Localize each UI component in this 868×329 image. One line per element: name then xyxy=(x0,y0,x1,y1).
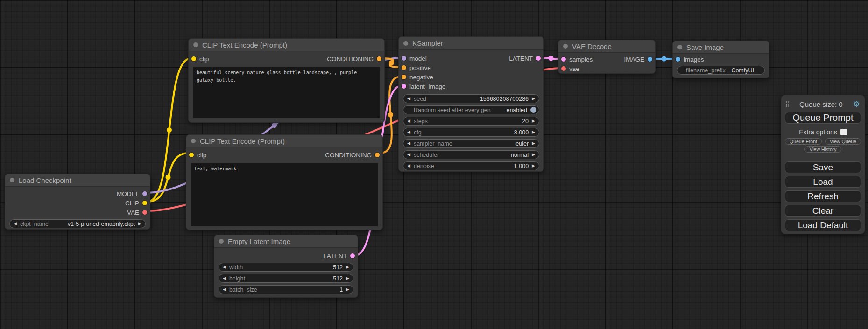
positive-input-slot[interactable] xyxy=(402,65,406,70)
node-title-bar[interactable]: VAE Decode xyxy=(558,40,655,53)
node-save-image[interactable]: Save Image images filename_prefix ComfyU… xyxy=(672,41,769,78)
right-arrow-icon[interactable]: ▶ xyxy=(532,153,535,157)
latent-output-slot[interactable] xyxy=(350,253,355,258)
images-input-slot[interactable] xyxy=(676,57,680,62)
node-clip-text-encode-negative[interactable]: CLIP Text Encode (Prompt) clip CONDITION… xyxy=(186,134,383,230)
left-arrow-icon[interactable]: ◀ xyxy=(407,130,410,134)
latent-output-slot[interactable] xyxy=(536,56,541,61)
widget-value: ComfyUI xyxy=(731,67,761,74)
widget-value: 20 xyxy=(522,118,529,125)
gear-icon[interactable]: ⚙ xyxy=(853,100,860,108)
widget-value: enabled xyxy=(507,107,528,113)
right-arrow-icon[interactable]: ▶ xyxy=(532,130,535,134)
widget-height[interactable]: ◀ height 512 ▶ xyxy=(219,274,353,283)
widget-value: 512 xyxy=(333,264,343,271)
view-queue-button[interactable]: View Queue xyxy=(825,138,861,145)
model-input-slot[interactable] xyxy=(402,56,406,61)
widget-steps[interactable]: ◀ steps 20 ▶ xyxy=(403,117,539,126)
right-arrow-icon[interactable]: ▶ xyxy=(138,222,141,226)
queue-size-label: Queue size: 0 xyxy=(799,100,843,108)
widget-value: 156680208700286 xyxy=(480,96,529,102)
clip-input-slot[interactable] xyxy=(189,153,194,157)
left-arrow-icon[interactable]: ◀ xyxy=(14,222,17,226)
vae-output-slot[interactable] xyxy=(142,210,147,215)
node-title-bar[interactable]: Load Checkpoint xyxy=(5,174,150,187)
view-history-button[interactable]: View History xyxy=(804,146,841,153)
node-title-bar[interactable]: Save Image xyxy=(673,41,769,54)
node-clip-text-encode-positive[interactable]: CLIP Text Encode (Prompt) clip CONDITION… xyxy=(188,38,385,123)
input-slot-label: positive xyxy=(409,64,431,71)
widget-random-seed-toggle[interactable]: Random seed after every gen enabled xyxy=(403,105,539,114)
left-arrow-icon[interactable]: ◀ xyxy=(407,119,410,123)
load-button[interactable]: Load xyxy=(785,176,861,188)
collapse-dot-icon[interactable] xyxy=(193,42,198,47)
left-arrow-icon[interactable]: ◀ xyxy=(407,97,410,101)
toggle-knob-icon[interactable] xyxy=(530,107,536,113)
right-arrow-icon[interactable]: ▶ xyxy=(532,141,535,146)
right-arrow-icon[interactable]: ▶ xyxy=(532,119,535,123)
latent-image-input-slot[interactable] xyxy=(402,84,406,89)
node-title-bar[interactable]: CLIP Text Encode (Prompt) xyxy=(186,135,382,147)
left-arrow-icon[interactable]: ◀ xyxy=(407,164,410,168)
left-arrow-icon[interactable]: ◀ xyxy=(223,265,226,269)
widget-batch-size[interactable]: ◀ batch_size 1 ▶ xyxy=(219,285,353,294)
right-arrow-icon[interactable]: ▶ xyxy=(532,164,535,168)
samples-input-slot[interactable] xyxy=(561,57,566,62)
node-title-bar[interactable]: CLIP Text Encode (Prompt) xyxy=(189,39,384,51)
conditioning-output-slot[interactable] xyxy=(375,153,380,157)
queue-prompt-button[interactable]: Queue Prompt xyxy=(785,112,861,124)
vae-input-slot[interactable] xyxy=(561,66,566,71)
node-vae-decode[interactable]: VAE Decode samples vae IMAGE xyxy=(558,40,656,74)
left-arrow-icon[interactable]: ◀ xyxy=(223,276,226,280)
collapse-dot-icon[interactable] xyxy=(10,178,14,182)
widget-value: 8.000 xyxy=(514,129,529,136)
prompt-textarea[interactable]: beautiful scenery nature glass bottle la… xyxy=(193,67,380,118)
widget-filename-prefix[interactable]: filename_prefix ComfyUI xyxy=(677,66,765,75)
node-load-checkpoint[interactable]: Load Checkpoint MODEL CLIP VAE ◀ ckpt_na… xyxy=(5,174,150,230)
node-title-bar[interactable]: KSampler xyxy=(399,37,543,50)
save-button[interactable]: Save xyxy=(785,161,861,173)
clip-output-slot[interactable] xyxy=(142,201,147,205)
drag-handle-icon[interactable] xyxy=(786,101,789,107)
widget-value: 1 xyxy=(339,287,343,293)
widget-cfg[interactable]: ◀ cfg 8.000 ▶ xyxy=(403,128,539,137)
widget-denoise[interactable]: ◀ denoise 1.000 ▶ xyxy=(403,161,539,170)
node-ksampler[interactable]: KSampler model positive negative latent_… xyxy=(398,36,544,172)
right-arrow-icon[interactable]: ▶ xyxy=(346,265,349,269)
clear-button[interactable]: Clear xyxy=(785,205,861,217)
negative-input-slot[interactable] xyxy=(402,75,406,79)
collapse-dot-icon[interactable] xyxy=(677,45,682,49)
left-arrow-icon[interactable]: ◀ xyxy=(407,141,410,146)
widget-label: cfg xyxy=(414,129,422,136)
extra-options-checkbox[interactable] xyxy=(840,129,847,135)
node-title-bar[interactable]: Empty Latent Image xyxy=(214,235,358,248)
widget-width[interactable]: ◀ width 512 ▶ xyxy=(219,263,353,272)
queue-front-button[interactable]: Queue Front xyxy=(785,138,822,145)
output-slot-label: CONDITIONING xyxy=(325,152,372,159)
widget-scheduler[interactable]: ◀ scheduler normal ▶ xyxy=(403,150,539,159)
node-empty-latent-image[interactable]: Empty Latent Image LATENT ◀ width 512 ▶ … xyxy=(214,235,358,298)
conditioning-output-slot[interactable] xyxy=(377,56,381,61)
widget-seed[interactable]: ◀ seed 156680208700286 ▶ xyxy=(403,94,539,103)
collapse-dot-icon[interactable] xyxy=(191,139,196,143)
load-default-button[interactable]: Load Default xyxy=(785,219,861,231)
node-title: Load Checkpoint xyxy=(19,176,71,184)
output-slot-label: LATENT xyxy=(323,252,347,259)
image-output-slot[interactable] xyxy=(648,57,652,62)
refresh-button[interactable]: Refresh xyxy=(785,190,861,202)
widget-ckpt-name[interactable]: ◀ ckpt_name v1-5-pruned-emaonly.ckpt ▶ xyxy=(9,219,146,228)
model-output-slot[interactable] xyxy=(142,191,147,196)
widget-sampler-name[interactable]: ◀ sampler_name euler ▶ xyxy=(403,139,539,148)
collapse-dot-icon[interactable] xyxy=(219,239,224,244)
collapse-dot-icon[interactable] xyxy=(563,44,568,49)
input-slot-label: samples xyxy=(569,56,593,63)
clip-input-slot[interactable] xyxy=(191,56,196,61)
collapse-dot-icon[interactable] xyxy=(403,41,408,46)
left-arrow-icon[interactable]: ◀ xyxy=(407,153,410,157)
widget-value: 1.000 xyxy=(514,163,529,169)
right-arrow-icon[interactable]: ▶ xyxy=(346,287,349,292)
left-arrow-icon[interactable]: ◀ xyxy=(223,287,226,292)
right-arrow-icon[interactable]: ▶ xyxy=(346,276,349,280)
prompt-textarea[interactable]: text, watermark xyxy=(191,163,378,226)
right-arrow-icon[interactable]: ▶ xyxy=(532,97,535,101)
